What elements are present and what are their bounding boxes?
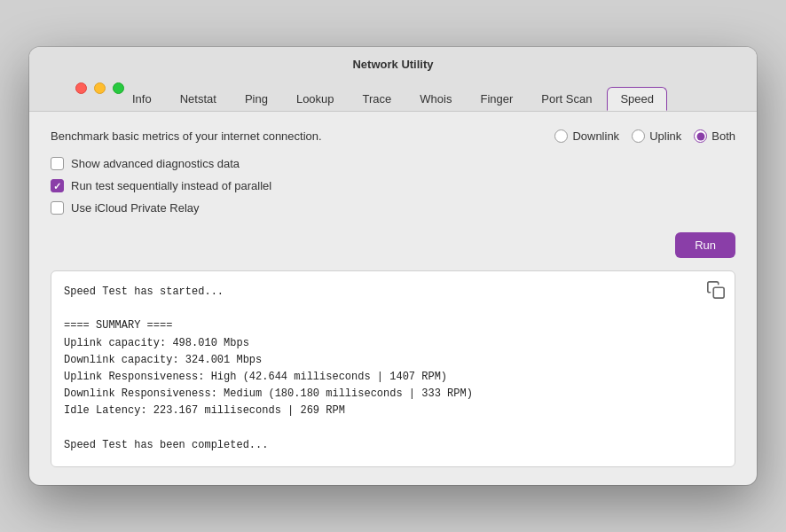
output-area: Speed Test has started... ==== SUMMARY =… <box>51 270 735 467</box>
checkbox-sequential-input[interactable] <box>51 179 64 192</box>
run-button[interactable]: Run <box>675 232 735 258</box>
minimize-button[interactable] <box>94 82 106 94</box>
toolbar-row: Benchmark basic metrics of your internet… <box>51 129 735 143</box>
close-button[interactable] <box>75 82 87 94</box>
tab-info[interactable]: Info <box>119 87 165 111</box>
checkboxes: Show advanced diagnostics data Run test … <box>51 157 735 215</box>
tab-ping[interactable]: Ping <box>232 87 281 111</box>
radio-downlink-input[interactable] <box>554 129 568 143</box>
traffic-lights <box>75 82 124 94</box>
titlebar: Network Utility Info Netstat Ping Lookup… <box>29 47 757 112</box>
radio-both[interactable]: Both <box>694 129 735 143</box>
radio-uplink-label: Uplink <box>649 129 681 143</box>
tab-port-scan[interactable]: Port Scan <box>528 87 605 111</box>
radio-downlink-label: Downlink <box>572 129 619 143</box>
radio-both-label: Both <box>711 129 735 143</box>
checkbox-icloud-label: Use iCloud Private Relay <box>71 201 200 215</box>
checkbox-advanced-label: Show advanced diagnostics data <box>71 157 240 170</box>
radio-group: Downlink Uplink Both <box>554 129 735 143</box>
svg-rect-0 <box>713 287 724 298</box>
checkbox-icloud-input[interactable] <box>51 201 64 215</box>
main-content: Benchmark basic metrics of your internet… <box>29 112 757 485</box>
tab-trace[interactable]: Trace <box>350 87 405 111</box>
radio-both-input[interactable] <box>694 129 707 143</box>
app-window: Network Utility Info Netstat Ping Lookup… <box>29 47 757 485</box>
radio-downlink[interactable]: Downlink <box>554 129 619 143</box>
benchmark-description: Benchmark basic metrics of your internet… <box>51 129 322 143</box>
titlebar-top: Network Utility <box>43 58 743 80</box>
checkbox-sequential[interactable]: Run test sequentially instead of paralle… <box>51 179 735 192</box>
radio-uplink-input[interactable] <box>632 129 645 143</box>
radio-uplink[interactable]: Uplink <box>632 129 681 143</box>
checkbox-advanced[interactable]: Show advanced diagnostics data <box>51 157 735 170</box>
tab-whois[interactable]: Whois <box>406 87 465 111</box>
checkbox-advanced-input[interactable] <box>51 157 64 170</box>
checkbox-icloud[interactable]: Use iCloud Private Relay <box>51 201 735 215</box>
tab-lookup[interactable]: Lookup <box>283 87 348 111</box>
copy-icon[interactable] <box>706 280 726 300</box>
maximize-button[interactable] <box>113 82 124 94</box>
tab-finger[interactable]: Finger <box>467 87 526 111</box>
tab-speed[interactable]: Speed <box>607 87 667 111</box>
tab-netstat[interactable]: Netstat <box>167 87 230 111</box>
checkbox-sequential-label: Run test sequentially instead of paralle… <box>71 179 271 192</box>
run-row: Run <box>51 232 735 258</box>
output-text: Speed Test has started... ==== SUMMARY =… <box>64 286 473 451</box>
window-title: Network Utility <box>352 58 433 71</box>
tab-bar: Info Netstat Ping Lookup Trace Whois Fin… <box>119 87 667 111</box>
